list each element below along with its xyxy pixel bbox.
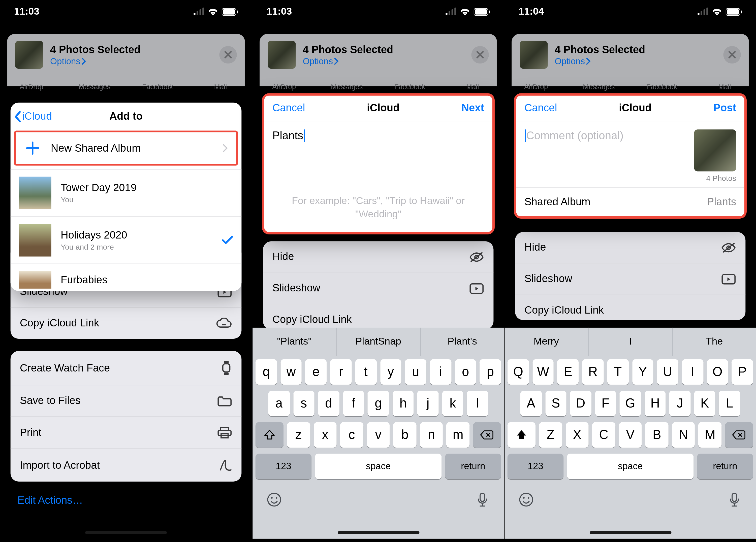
suggestion-2[interactable]: The <box>672 328 756 356</box>
space-key[interactable]: space <box>315 454 442 479</box>
emoji-key[interactable] <box>517 491 535 508</box>
key-x[interactable]: X <box>565 422 589 448</box>
key-n[interactable]: N <box>672 422 695 448</box>
key-g[interactable]: G <box>620 391 641 416</box>
key-m[interactable]: m <box>447 422 470 448</box>
key-f[interactable]: F <box>595 391 616 416</box>
post-button[interactable]: Post <box>713 102 736 114</box>
cancel-button[interactable]: Cancel <box>524 102 557 114</box>
return-key[interactable]: return <box>445 454 501 479</box>
home-indicator[interactable] <box>337 531 419 534</box>
keyboard[interactable]: "Plants" PlantSnap Plant's q w e r t y u… <box>253 328 504 539</box>
key-i[interactable]: i <box>430 359 451 385</box>
action-save-files[interactable]: Save to Files <box>11 385 242 416</box>
key-t[interactable]: T <box>607 359 628 385</box>
cancel-button[interactable]: Cancel <box>272 102 305 114</box>
numbers-key[interactable]: 123 <box>256 454 311 479</box>
key-x[interactable]: x <box>313 422 337 448</box>
key-b[interactable]: B <box>645 422 669 448</box>
key-u[interactable]: u <box>405 359 426 385</box>
album-name-input[interactable]: Plants <box>272 130 484 142</box>
key-d[interactable]: d <box>318 391 339 416</box>
action-print[interactable]: Print <box>11 416 242 448</box>
key-l[interactable]: L <box>719 391 740 416</box>
space-key[interactable]: space <box>567 454 694 479</box>
key-o[interactable]: o <box>455 359 476 385</box>
key-z[interactable]: z <box>287 422 310 448</box>
share-options-link[interactable]: Options <box>555 56 645 66</box>
album-row-0[interactable]: Tower Day 2019 You <box>11 169 242 216</box>
edit-actions-link[interactable]: Edit Actions… <box>17 494 83 507</box>
backspace-key[interactable] <box>725 422 753 448</box>
key-k[interactable]: K <box>694 391 715 416</box>
backspace-key[interactable] <box>473 422 501 448</box>
close-button[interactable] <box>219 46 237 64</box>
key-f[interactable]: f <box>343 391 364 416</box>
return-key[interactable]: return <box>697 454 753 479</box>
action-watch-face[interactable]: Create Watch Face <box>11 351 242 385</box>
key-c[interactable]: c <box>340 422 363 448</box>
dictation-key[interactable] <box>474 491 491 508</box>
key-j[interactable]: j <box>417 391 439 416</box>
home-indicator[interactable] <box>85 531 167 534</box>
key-h[interactable]: H <box>644 391 666 416</box>
album-row-1[interactable]: Holidays 2020 You and 2 more <box>11 216 242 264</box>
suggestion-1[interactable]: I <box>588 328 672 356</box>
key-q[interactable]: Q <box>508 359 529 385</box>
suggestion-1[interactable]: PlantSnap <box>336 328 420 356</box>
shared-album-row[interactable]: Shared Album Plants <box>516 187 744 216</box>
key-r[interactable]: R <box>582 359 604 385</box>
action-copy-icloud-link[interactable]: Copy iCloud Link <box>515 294 745 320</box>
key-p[interactable]: P <box>732 359 753 385</box>
key-k[interactable]: k <box>442 391 463 416</box>
key-c[interactable]: C <box>592 422 615 448</box>
home-indicator[interactable] <box>589 531 671 534</box>
key-e[interactable]: e <box>305 359 327 385</box>
keyboard[interactable]: Merry I The Q W E R T Y U I O P A S D F <box>505 328 756 539</box>
key-l[interactable]: l <box>467 391 488 416</box>
comment-input[interactable]: Comment (optional) <box>524 130 623 183</box>
close-button[interactable] <box>723 46 741 64</box>
key-w[interactable]: w <box>280 359 302 385</box>
next-button[interactable]: Next <box>461 102 484 114</box>
action-copy-icloud-link[interactable]: Copy iCloud Link <box>11 307 242 339</box>
key-a[interactable]: a <box>268 391 290 416</box>
key-r[interactable]: r <box>330 359 352 385</box>
key-s[interactable]: S <box>545 391 566 416</box>
key-p[interactable]: p <box>480 359 501 385</box>
key-v[interactable]: v <box>367 422 390 448</box>
key-o[interactable]: O <box>707 359 728 385</box>
share-options-link[interactable]: Options <box>50 56 141 66</box>
new-shared-album-row[interactable]: New Shared Album <box>16 132 236 164</box>
dictation-key[interactable] <box>726 491 743 508</box>
key-b[interactable]: b <box>393 422 417 448</box>
back-button[interactable]: iCloud <box>14 110 52 122</box>
action-import-acrobat[interactable]: Import to Acrobat <box>11 448 242 482</box>
key-w[interactable]: W <box>532 359 554 385</box>
key-y[interactable]: Y <box>632 359 653 385</box>
key-j[interactable]: J <box>669 391 691 416</box>
share-options-link[interactable]: Options <box>303 56 393 66</box>
action-slideshow[interactable]: Slideshow <box>515 263 745 294</box>
action-hide[interactable]: Hide <box>515 232 745 263</box>
key-t[interactable]: t <box>355 359 376 385</box>
key-m[interactable]: M <box>699 422 722 448</box>
key-n[interactable]: n <box>420 422 443 448</box>
key-h[interactable]: h <box>392 391 414 416</box>
key-q[interactable]: q <box>256 359 277 385</box>
emoji-key[interactable] <box>265 491 283 508</box>
key-e[interactable]: E <box>557 359 579 385</box>
suggestion-0[interactable]: Merry <box>505 328 588 356</box>
key-u[interactable]: U <box>657 359 678 385</box>
numbers-key[interactable]: 123 <box>508 454 563 479</box>
key-i[interactable]: I <box>682 359 703 385</box>
key-a[interactable]: A <box>520 391 542 416</box>
key-d[interactable]: D <box>570 391 591 416</box>
key-s[interactable]: s <box>293 391 314 416</box>
close-button[interactable] <box>471 46 489 64</box>
key-v[interactable]: V <box>619 422 642 448</box>
action-copy-icloud-link[interactable]: Copy iCloud Link <box>263 304 493 329</box>
key-y[interactable]: y <box>380 359 401 385</box>
suggestion-0[interactable]: "Plants" <box>253 328 336 356</box>
shift-key-active[interactable] <box>508 422 535 448</box>
